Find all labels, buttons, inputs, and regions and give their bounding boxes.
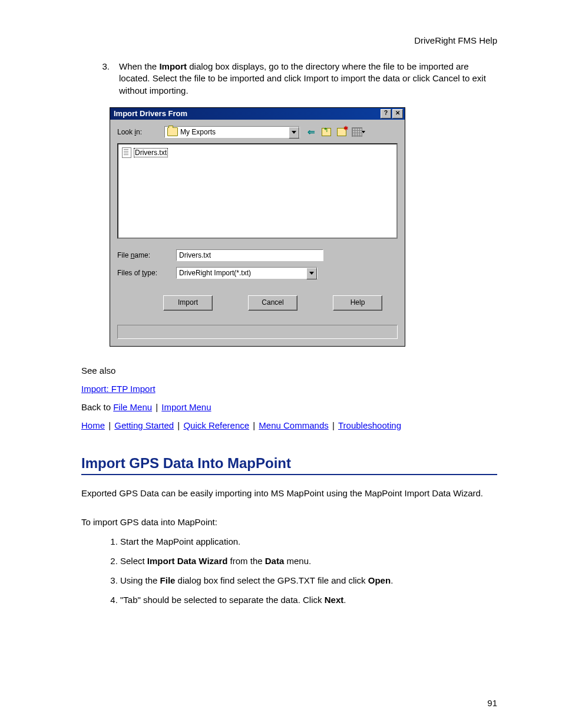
cancel-button[interactable]: Cancel — [248, 295, 297, 311]
back-pre: Back to — [81, 402, 113, 412]
fn-post: ame: — [134, 251, 150, 259]
import-button[interactable]: Import — [163, 295, 213, 311]
folder-icon — [167, 127, 178, 136]
text-file-icon — [122, 147, 131, 158]
s4-pre: "Tab" should be selected to separate the… — [120, 595, 325, 605]
dialog-title: Import Drivers From — [114, 109, 379, 118]
step-2: Select Import Data Wizard from the Data … — [120, 555, 497, 567]
step3-pre: When the — [119, 61, 159, 71]
import-dialog: Import Drivers From ? ✕ Look in: My Expo… — [110, 107, 405, 347]
chevron-down-icon[interactable] — [306, 268, 317, 279]
filename-input[interactable]: Drivers.txt — [176, 249, 323, 261]
running-header: DriveRight FMS Help — [81, 35, 497, 45]
lookin-post: n: — [136, 128, 142, 136]
steps-list: Start the MapPoint application. Select I… — [81, 535, 497, 606]
view-menu-icon[interactable] — [351, 126, 363, 139]
link-quick-reference[interactable]: Quick Reference — [183, 420, 249, 430]
chevron-down-icon[interactable] — [289, 127, 299, 139]
lookin-pre: Look — [117, 128, 134, 136]
step-3: Using the File dialog box find select th… — [120, 574, 497, 587]
help-button[interactable]: Help — [333, 295, 382, 311]
up-level-icon[interactable] — [320, 126, 333, 139]
link-home[interactable]: Home — [81, 420, 105, 430]
s3-b1: File — [160, 575, 176, 585]
lookin-label: Look in: — [117, 128, 164, 136]
link-import-menu[interactable]: Import Menu — [161, 402, 211, 412]
fn-pre: File — [117, 251, 131, 259]
back-icon[interactable]: ⇐ — [305, 126, 318, 139]
section-intro: Exported GPS Data can be easily importin… — [81, 487, 497, 499]
link-troubleshooting[interactable]: Troubleshooting — [338, 420, 401, 430]
dialog-titlebar: Import Drivers From ? ✕ — [110, 108, 405, 120]
file-item-drivers[interactable]: Drivers.txt — [121, 147, 169, 159]
file-list-area[interactable]: Drivers.txt — [117, 143, 398, 239]
s3-pre: Using the — [120, 575, 160, 585]
ft-post: ype: — [144, 269, 157, 277]
dialog-toolbar: ⇐ — [305, 126, 363, 139]
filetype-value: DriveRight Import(*.txt) — [179, 269, 251, 277]
filename-label: File name: — [117, 251, 176, 259]
back-to-line: Back to File Menu | Import Menu — [81, 401, 497, 413]
lookin-value: My Exports — [180, 127, 216, 137]
close-icon[interactable]: ✕ — [392, 109, 403, 118]
s3-b2: Open — [368, 575, 391, 585]
s2-mid: from the — [227, 556, 265, 566]
steps-lead: To import GPS data into MapPoint: — [81, 516, 497, 528]
link-menu-commands[interactable]: Menu Commands — [259, 420, 328, 430]
dialog-status-bar — [117, 325, 398, 339]
s2-b2: Data — [265, 556, 285, 566]
link-getting-started[interactable]: Getting Started — [114, 420, 174, 430]
s4-post: . — [343, 595, 346, 605]
page-number: 91 — [487, 698, 497, 708]
link-file-menu[interactable]: File Menu — [113, 402, 152, 412]
step-4: "Tab" should be selected to separate the… — [120, 594, 497, 606]
s4-b1: Next — [325, 595, 344, 605]
section-heading: Import GPS Data Into MapPoint — [81, 455, 497, 475]
step-1: Start the MapPoint application. — [120, 535, 497, 548]
step-3-block: 3. When the Import dialog box displays, … — [81, 61, 497, 97]
file-item-label: Drivers.txt — [134, 148, 168, 157]
lookin-dropdown[interactable]: My Exports — [164, 126, 300, 138]
s2-pre: Select — [120, 556, 147, 566]
step-number: 3. — [81, 61, 119, 97]
new-folder-icon[interactable] — [335, 126, 348, 139]
see-also-label: See also — [81, 364, 497, 377]
s2-post: menu. — [284, 556, 311, 566]
help-icon[interactable]: ? — [381, 109, 391, 118]
separator: | — [152, 402, 161, 412]
step-text: When the Import dialog box displays, go … — [119, 61, 497, 97]
dialog-figure: Import Drivers From ? ✕ Look in: My Expo… — [110, 107, 497, 347]
filetype-label: Files of type: — [117, 269, 176, 277]
dialog-button-row: Import Cancel Help — [163, 295, 398, 311]
s3-mid: dialog box find select the GPS.TXT file … — [175, 575, 368, 585]
step3-bold-import: Import — [159, 61, 187, 71]
link-ftp-import[interactable]: Import: FTP Import — [81, 384, 156, 394]
s3-post: . — [391, 575, 393, 585]
dialog-body: Look in: My Exports ⇐ — [110, 120, 405, 346]
filetype-dropdown[interactable]: DriveRight Import(*.txt) — [176, 267, 318, 279]
s2-b1: Import Data Wizard — [147, 556, 228, 566]
ft-pre: Files of — [117, 269, 142, 277]
footer-nav: Home | Getting Started | Quick Reference… — [81, 419, 497, 431]
